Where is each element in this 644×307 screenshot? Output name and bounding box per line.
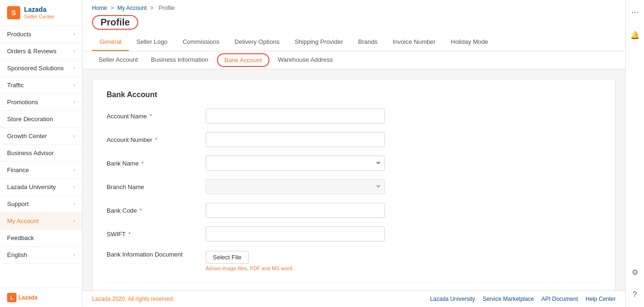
footer-link-service-marketplace[interactable]: Service Marketplace <box>483 296 534 302</box>
branch-name-row: Branch Name <box>107 179 601 194</box>
submit-row: Submit <box>107 282 601 290</box>
tab-general[interactable]: General <box>92 33 129 51</box>
sidebar-item-store-decoration[interactable]: Store Decoration <box>0 111 82 128</box>
chevron-icon: › <box>74 49 75 54</box>
chevron-icon: › <box>74 32 75 37</box>
logo-text: Lazada Seller Center <box>24 6 54 20</box>
tab-brands[interactable]: Brands <box>351 33 385 51</box>
form-section-title: Bank Account <box>107 91 601 99</box>
sidebar-item-label: Traffic <box>7 82 24 89</box>
swift-row: SWIFT * <box>107 226 601 241</box>
lazada-logo-icon: L <box>7 293 17 302</box>
footer-copyright: Lazada 2020. All rights reserved. <box>92 296 175 302</box>
sidebar-item-orders-&-reviews[interactable]: Orders & Reviews› <box>0 43 82 60</box>
footer-link-help-center[interactable]: Help Center <box>585 296 616 302</box>
sidebar-item-support[interactable]: Support› <box>0 196 82 213</box>
top-tabs-area: Home > My Account > Profile Profile Gene… <box>83 0 625 51</box>
select-file-button[interactable]: Select File <box>206 251 249 264</box>
sidebar-item-lazada-university[interactable]: Lazada University› <box>0 179 82 196</box>
chevron-icon: › <box>74 201 75 207</box>
chevron-icon: › <box>74 100 75 105</box>
document-row: Bank Information Document Select File Al… <box>107 250 601 271</box>
sidebar: S Lazada Seller Center Products›Orders &… <box>0 0 83 307</box>
chevron-icon: › <box>74 133 75 139</box>
account-number-input[interactable] <box>206 132 385 147</box>
branch-name-label: Branch Name <box>107 183 206 191</box>
sidebar-item-traffic[interactable]: Traffic› <box>0 77 82 94</box>
document-label: Bank Information Document <box>107 251 206 258</box>
sidebar-item-label: Lazada University <box>7 183 56 191</box>
sidebar-item-label: My Account <box>7 217 39 224</box>
page-title-wrap: Profile <box>92 13 616 33</box>
chevron-icon: › <box>74 167 75 173</box>
breadcrumb-home[interactable]: Home <box>92 5 107 11</box>
sidebar-item-promotions[interactable]: Promotions› <box>0 94 82 111</box>
lazada-footer-logo: L Lazada <box>7 293 38 302</box>
bank-name-select[interactable] <box>206 156 385 171</box>
breadcrumb: Home > My Account > Profile <box>92 0 616 13</box>
footer-links: Lazada UniversityService MarketplaceAPI … <box>422 296 616 302</box>
chevron-icon: › <box>74 83 75 88</box>
logo-line2: Seller Center <box>24 14 54 20</box>
tab-seller-logo[interactable]: Seller Logo <box>129 33 175 51</box>
question-icon[interactable]: ? <box>627 287 643 302</box>
footer: Lazada 2020. All rights reserved. Lazada… <box>83 290 625 307</box>
sidebar-item-label: Support <box>7 200 29 207</box>
sidebar-item-label: Sponsored Solutions <box>7 65 64 72</box>
bank-name-label: Bank Name * <box>107 160 206 167</box>
chat-icon[interactable]: ⋯ <box>627 5 643 20</box>
bank-code-input[interactable] <box>206 203 385 218</box>
sidebar-nav: Products›Orders & Reviews›Sponsored Solu… <box>0 26 82 288</box>
sidebar-item-finance[interactable]: Finance› <box>0 162 82 179</box>
breadcrumb-my-account[interactable]: My Account <box>117 5 147 11</box>
sidebar-item-my-account[interactable]: My Account› <box>0 213 82 230</box>
sidebar-item-english[interactable]: English› <box>0 247 82 264</box>
chevron-icon: › <box>74 252 75 257</box>
sidebar-item-business-advisor[interactable]: Business Advisor <box>0 145 82 162</box>
tab-shipping-provider[interactable]: Shipping Provider <box>287 33 351 51</box>
tab-invoice-number[interactable]: Invoice Number <box>385 33 443 51</box>
branch-name-select[interactable] <box>206 179 385 194</box>
gear-icon[interactable]: ⚙ <box>627 265 643 280</box>
sub-tab-warehouse-address[interactable]: Warehouse Address <box>271 51 340 69</box>
sidebar-item-label: Products <box>7 31 31 38</box>
bank-name-row: Bank Name * <box>107 156 601 171</box>
chevron-icon: › <box>74 66 75 71</box>
main-tabs-row: GeneralSeller LogoCommissionsDelivery Op… <box>92 33 616 51</box>
sub-tab-bank-account[interactable]: Bank Account <box>217 53 270 67</box>
sidebar-item-label: Feedback <box>7 234 34 241</box>
sub-tab-business-information[interactable]: Business Information <box>144 51 215 69</box>
sidebar-item-label: Store Decoration <box>7 116 53 123</box>
sidebar-item-label: English <box>7 251 27 258</box>
sidebar-item-label: Promotions <box>7 99 38 106</box>
sidebar-item-feedback[interactable]: Feedback <box>0 230 82 247</box>
account-number-row: Account Number * <box>107 132 601 147</box>
sidebar-item-label: Business Advisor <box>7 149 54 157</box>
tab-delivery-options[interactable]: Delivery Options <box>227 33 287 51</box>
lazada-footer-label: Lazada <box>18 294 38 301</box>
file-hint: Allows image files, PDF and MS word <box>206 266 292 271</box>
sidebar-item-sponsored-solutions[interactable]: Sponsored Solutions› <box>0 60 82 77</box>
bell-icon[interactable]: 🔔 <box>627 27 643 42</box>
swift-input[interactable] <box>206 226 385 241</box>
sub-tab-seller-account[interactable]: Seller Account <box>92 51 144 69</box>
sidebar-item-label: Orders & Reviews <box>7 48 57 55</box>
sub-tabs-row: Seller AccountBusiness InformationBank A… <box>83 51 625 69</box>
swift-label: SWIFT * <box>107 231 206 238</box>
logo: S Lazada Seller Center <box>0 0 82 26</box>
content-area: Bank Account Account Name * Account Numb… <box>83 69 625 290</box>
footer-link-lazada-university[interactable]: Lazada University <box>430 296 475 302</box>
tab-holiday-mode[interactable]: Holiday Mode <box>443 33 496 51</box>
chevron-icon: › <box>74 218 75 224</box>
logo-line1: Lazada <box>24 6 54 14</box>
account-name-input[interactable] <box>206 108 385 124</box>
bank-code-row: Bank Code * <box>107 203 601 218</box>
sidebar-item-label: Finance <box>7 166 29 174</box>
sidebar-item-products[interactable]: Products› <box>0 26 82 43</box>
bank-account-form-card: Bank Account Account Name * Account Numb… <box>92 79 616 290</box>
account-number-label: Account Number * <box>107 136 206 143</box>
footer-link-api-document[interactable]: API Document <box>542 296 578 302</box>
tab-commissions[interactable]: Commissions <box>175 33 227 51</box>
account-name-label: Account Name * <box>107 113 206 120</box>
sidebar-item-growth-center[interactable]: Growth Center› <box>0 128 82 145</box>
